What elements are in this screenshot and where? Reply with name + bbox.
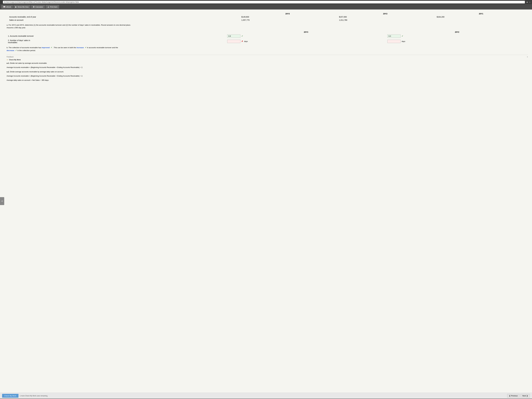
browser-icons: ★ ⌂: [526, 1, 530, 3]
turnover-y3-check: ✓: [241, 35, 243, 37]
calculator-label: Calculator: [36, 6, 43, 8]
days-y3-x: ✗: [241, 40, 243, 42]
bottom-bar: Check My Work 1 more Check My Work uses …: [0, 393, 532, 399]
answer-table: 20Y3 20Y2 1. Accounts receivable turnove…: [6, 31, 528, 44]
next-button[interactable]: Next ❯: [520, 394, 530, 398]
answer-row1-label: 1. Accounts receivable turnover: [6, 34, 226, 38]
table-row: Accounts receivable, end of year $149,60…: [6, 15, 528, 19]
turnover-y3-input[interactable]: [227, 34, 241, 38]
row2-y3: 1,057,770: [239, 19, 336, 22]
days-y3-input[interactable]: [227, 40, 241, 43]
answer-row-2: 2. Number of days' sales in receivables …: [6, 38, 528, 44]
feedback-avg-daily: Average daily sales on account = Net Sal…: [6, 79, 528, 82]
part-b-word1: improved: [42, 47, 50, 49]
ebook-label: eBook: [6, 6, 11, 8]
days-y2-unit: days: [402, 40, 405, 42]
part-b-suffix: in accounts receivable turnover and the: [87, 47, 118, 49]
col-y1-header: 20Y1: [434, 12, 528, 15]
part-b-word2: increase: [76, 47, 84, 49]
star-icon[interactable]: ★: [526, 1, 528, 3]
home-icon[interactable]: ⌂: [529, 1, 530, 3]
row2-label: Sales on account: [6, 19, 239, 22]
row1-label: Accounts receivable, end of year: [6, 15, 239, 19]
row2-y1: [434, 19, 528, 22]
answer-row1-y3-cell: ✓: [226, 34, 386, 38]
check-my-work-title: Check My Work: [9, 59, 21, 61]
check-my-work-label: ▼ Check My Work: [6, 59, 528, 61]
check-my-work-button[interactable]: Check My Work: [2, 394, 19, 398]
feedback-body: a.1. Divide net sales by average account…: [6, 62, 528, 82]
answer-row-1: 1. Accounts receivable turnover ✓ ✓: [6, 34, 528, 38]
feedback-a1: a.1. Divide net sales by average account…: [6, 62, 528, 65]
remaining-text: 1 more Check My Work uses remaining.: [20, 395, 48, 397]
feedback-section: Feedback ▼ ▼ Check My Work a.1. Divide n…: [6, 55, 528, 82]
answer-col-y2: 20Y2: [386, 31, 528, 34]
feedback-avg-ar: Average Accounts receivable = (Beginning…: [6, 66, 528, 69]
previous-label: Previous: [511, 395, 518, 397]
print-item-label: Print Item: [50, 6, 57, 8]
feedback-a2: a.2. Divide average accounts receivable …: [6, 70, 528, 73]
col-y3-header: 20Y3: [239, 12, 336, 15]
row2-y2: 1,011,780: [336, 19, 434, 22]
calculator-icon: 🖩: [33, 6, 35, 8]
nav-left-button[interactable]: <: [0, 197, 4, 205]
answer-row1-y2-cell: ✓: [386, 34, 528, 38]
calculator-button[interactable]: 🖩 Calculator: [31, 5, 45, 9]
previous-button[interactable]: ❮ Previous: [507, 394, 520, 398]
next-icon: ❯: [526, 395, 528, 397]
answer-col-y3: 20Y3: [226, 31, 386, 34]
a1-label: a.1.: [6, 62, 10, 64]
question-a-assume: Assume a 365-day year.: [6, 27, 26, 29]
part-b-middle: . This can be seen in both the: [53, 47, 76, 49]
turnover-y2-check: ✓: [402, 35, 403, 37]
content-area: 20Y3 20Y2 20Y1 Accounts receivable, end …: [6, 12, 528, 82]
feedback-dropdown-arrow[interactable]: ▼: [527, 56, 528, 58]
turnover-y2-input[interactable]: [387, 34, 401, 38]
table-row: Sales on account 1,057,770 1,011,780: [6, 19, 528, 22]
answer-row2-y2-cell: days: [386, 38, 528, 44]
question-a-text: a. For 20Y2 and 20Y3, determine (1) the …: [6, 24, 528, 29]
row1-y3: $149,600: [239, 15, 336, 19]
url-bar[interactable]: ilrn/takeAssignment/takeAssignmentMain.d…: [3, 1, 525, 3]
data-table: 20Y3 20Y2 20Y1 Accounts receivable, end …: [6, 12, 528, 22]
show-me-how-label: Show Me How: [18, 6, 29, 8]
bottom-left: Check My Work 1 more Check My Work uses …: [2, 394, 48, 398]
main-content: < 20Y3 20Y2 20Y1 Accounts receivable, en…: [0, 10, 532, 393]
toolbar: 📖 eBook ▶ Show Me How 🖩 Calculator 🖨 Pri…: [0, 4, 532, 10]
nav-buttons: ❮ Previous Next ❯: [507, 394, 530, 398]
ebook-icon: 📖: [3, 6, 5, 8]
a2-text: Divide average accounts receivable by av…: [10, 71, 64, 73]
feedback-label: Feedback ▼: [6, 56, 528, 58]
days-y2-input[interactable]: [387, 40, 401, 43]
part-b: b. The collection of accounts receivable…: [6, 46, 528, 52]
print-icon: 🖨: [47, 6, 49, 8]
feedback-title: Feedback: [6, 56, 14, 58]
col-label-header: [6, 12, 239, 15]
part-b-prefix: b. The collection of accounts receivable…: [6, 47, 41, 49]
browser-bar: ilrn/takeAssignment/takeAssignmentMain.d…: [0, 0, 532, 4]
part-b-check2: ✓: [85, 47, 86, 49]
print-item-button[interactable]: 🖨 Print Item: [45, 5, 59, 9]
answer-row2-label-line2: receivables: [8, 41, 17, 44]
col-y2-header: 20Y2: [336, 12, 434, 15]
feedback-avg-ar2: Average Accounts receivable = (Beginning…: [6, 75, 528, 77]
answer-row2-label-line1: 2. Number of days' sales in: [8, 39, 30, 41]
part-b-check1: ✓: [51, 47, 52, 49]
flag-icon: ▼: [6, 59, 8, 61]
answer-row2-label: 2. Number of days' sales in receivables: [6, 38, 226, 44]
show-me-how-button[interactable]: ▶ Show Me How: [13, 5, 31, 9]
part-b-end: in the collection period.: [17, 50, 36, 51]
ebook-button[interactable]: 📖 eBook: [1, 5, 13, 9]
part-b-check3: ✓: [15, 50, 17, 51]
answer-col-label: [6, 31, 226, 34]
days-y3-unit: days: [244, 40, 248, 42]
question-a-main: a. For 20Y2 and 20Y3, determine (1) the …: [6, 24, 131, 26]
prev-icon: ❮: [509, 395, 511, 397]
row1-y1: $164,200: [434, 15, 528, 19]
show-me-how-icon: ▶: [15, 6, 17, 8]
row1-y2: $157,000: [336, 15, 434, 19]
a2-label: a.2.: [6, 71, 10, 73]
part-b-word3: decrease: [6, 50, 14, 51]
answer-row2-y3-cell: ✗ days: [226, 38, 386, 44]
a1-text: Divide net sales by average accounts rec…: [10, 62, 47, 64]
